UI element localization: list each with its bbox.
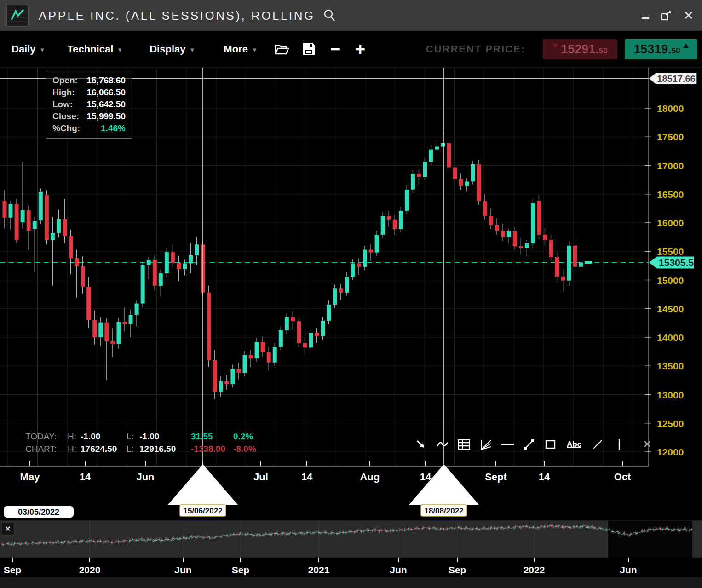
- zoom-in-button[interactable]: +: [355, 42, 365, 56]
- freehand-tool-icon[interactable]: [435, 435, 450, 454]
- candle[interactable]: [189, 255, 193, 263]
- candle[interactable]: [393, 220, 397, 229]
- candle[interactable]: [165, 252, 169, 273]
- candle[interactable]: [243, 355, 247, 373]
- trendline-tool-icon[interactable]: [521, 435, 537, 454]
- navigator-panel[interactable]: [0, 521, 702, 558]
- candle[interactable]: [351, 263, 355, 277]
- restore-button[interactable]: [660, 10, 672, 22]
- candle[interactable]: [45, 195, 49, 240]
- candle[interactable]: [153, 260, 157, 286]
- save-icon[interactable]: [302, 42, 316, 56]
- candle[interactable]: [195, 244, 199, 255]
- candle[interactable]: [135, 304, 139, 315]
- candle[interactable]: [339, 288, 343, 293]
- candle[interactable]: [309, 333, 313, 347]
- text-tool-icon[interactable]: Abc: [564, 435, 584, 454]
- candle[interactable]: [513, 231, 517, 246]
- candle[interactable]: [27, 210, 31, 231]
- candle[interactable]: [315, 333, 319, 336]
- candle[interactable]: [363, 250, 367, 267]
- candle[interactable]: [483, 201, 487, 216]
- candle[interactable]: [230, 369, 235, 384]
- candle[interactable]: [75, 258, 79, 266]
- candle[interactable]: [423, 162, 427, 177]
- candle[interactable]: [249, 355, 253, 358]
- date-marker-triangle[interactable]: [409, 464, 479, 505]
- candle[interactable]: [81, 266, 85, 287]
- candle[interactable]: [471, 164, 475, 181]
- candle[interactable]: [453, 167, 457, 179]
- candle[interactable]: [224, 381, 229, 384]
- candle[interactable]: [255, 342, 259, 358]
- candle[interactable]: [537, 201, 541, 235]
- candle[interactable]: [321, 321, 325, 336]
- candle[interactable]: [267, 352, 271, 362]
- menu-more[interactable]: More▼: [224, 43, 257, 55]
- open-folder-icon[interactable]: [274, 43, 289, 56]
- diagonal-line-tool-icon[interactable]: [590, 435, 605, 454]
- candle[interactable]: [297, 321, 301, 343]
- candle[interactable]: [501, 231, 505, 237]
- candle[interactable]: [555, 257, 559, 277]
- minimize-button[interactable]: [642, 17, 649, 19]
- candle[interactable]: [561, 277, 565, 281]
- candle[interactable]: [477, 164, 481, 201]
- candle[interactable]: [567, 246, 571, 281]
- candle[interactable]: [465, 181, 469, 186]
- candle[interactable]: [219, 381, 223, 392]
- date-marker-triangle[interactable]: [168, 464, 238, 505]
- menu-technical[interactable]: Technical▼: [67, 43, 123, 55]
- horizontal-line-tool-icon[interactable]: [500, 435, 515, 454]
- fan-lines-tool-icon[interactable]: [478, 435, 494, 454]
- candle[interactable]: [519, 246, 523, 248]
- candle[interactable]: [543, 235, 547, 240]
- candle[interactable]: [159, 273, 163, 286]
- candle[interactable]: [110, 341, 115, 344]
- candle[interactable]: [507, 231, 511, 237]
- navigator-close-button[interactable]: ✕: [1, 522, 14, 535]
- navigator-viewport[interactable]: [608, 521, 692, 558]
- candle[interactable]: [405, 190, 409, 211]
- candle[interactable]: [123, 322, 127, 324]
- candle[interactable]: [447, 143, 451, 168]
- candle[interactable]: [63, 219, 67, 236]
- candle[interactable]: [213, 360, 217, 392]
- candle[interactable]: [495, 225, 499, 231]
- candle[interactable]: [417, 174, 421, 177]
- candle[interactable]: [573, 246, 577, 267]
- candle[interactable]: [183, 263, 187, 269]
- candle[interactable]: [39, 192, 43, 220]
- candle[interactable]: [104, 323, 109, 341]
- candle[interactable]: [15, 204, 19, 240]
- candle[interactable]: [3, 201, 7, 218]
- candle[interactable]: [141, 265, 145, 303]
- candle[interactable]: [429, 150, 433, 162]
- rectangle-tool-icon[interactable]: [543, 435, 558, 454]
- candle[interactable]: [525, 243, 529, 248]
- menu-daily[interactable]: Daily▼: [12, 43, 45, 55]
- candle[interactable]: [273, 347, 277, 363]
- grid-tool-icon[interactable]: [456, 435, 472, 454]
- candle[interactable]: [381, 216, 385, 235]
- candle[interactable]: [177, 263, 181, 269]
- drawbar-close-icon[interactable]: ✕: [639, 435, 655, 454]
- candle[interactable]: [236, 369, 241, 373]
- candle[interactable]: [129, 315, 133, 324]
- candle[interactable]: [579, 262, 583, 266]
- candle[interactable]: [333, 288, 337, 305]
- candle[interactable]: [375, 235, 379, 253]
- candle[interactable]: [171, 252, 175, 263]
- menu-display[interactable]: Display▼: [150, 43, 195, 55]
- close-button[interactable]: ✕: [683, 10, 694, 22]
- candle[interactable]: [411, 174, 415, 190]
- candle[interactable]: [51, 233, 55, 240]
- candle[interactable]: [459, 179, 463, 186]
- candle[interactable]: [147, 260, 151, 265]
- candle[interactable]: [399, 211, 403, 229]
- vertical-line-tool-icon[interactable]: [611, 435, 627, 454]
- candle[interactable]: [291, 317, 295, 321]
- candle[interactable]: [357, 263, 361, 266]
- candle[interactable]: [207, 293, 211, 360]
- candle[interactable]: [98, 323, 103, 337]
